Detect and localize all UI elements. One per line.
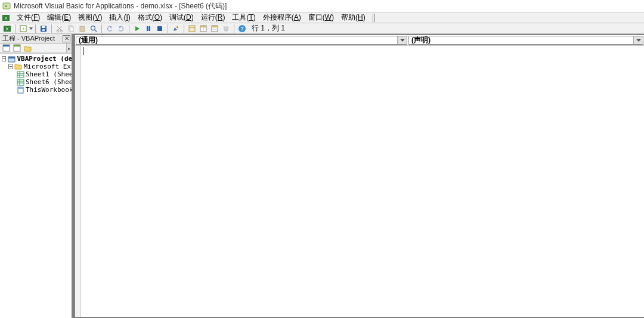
svg-line-17 — [95, 30, 97, 32]
svg-rect-9 — [42, 29, 45, 31]
chevron-down-icon[interactable] — [397, 36, 407, 44]
tree-item-label: ThisWorkbook — [26, 86, 72, 94]
menubar-grip — [373, 14, 376, 22]
project-explorer-panel: 工程 - VBAProject ✕ ▸ − VBAProject (demo.x… — [0, 34, 72, 318]
procedure-combo[interactable]: (声明) — [408, 36, 643, 45]
code-editor[interactable] — [75, 46, 644, 317]
svg-text:X: X — [5, 26, 9, 32]
menu-tools[interactable]: 工具(T) — [228, 12, 259, 23]
toolbar-separator — [184, 24, 184, 33]
svg-text:?: ? — [240, 26, 244, 32]
paste-icon[interactable] — [77, 24, 88, 33]
svg-rect-21 — [176, 26, 178, 28]
menu-bar: X 文件(F) 编辑(E) 视图(V) 插入(I) 格式(O) 调试(D) 运行… — [0, 13, 644, 23]
menu-insert[interactable]: 插入(I) — [106, 12, 134, 23]
view-excel-icon[interactable]: X — [2, 24, 13, 33]
svg-point-16 — [91, 26, 95, 30]
svg-rect-33 — [3, 45, 10, 47]
toolbox-icon[interactable] — [221, 24, 231, 33]
properties-window-icon[interactable] — [198, 24, 209, 33]
toolbar-separator — [35, 24, 36, 33]
svg-rect-8 — [42, 26, 45, 28]
project-tree[interactable]: − VBAProject (demo.xlsx) − Microsoft Exc… — [0, 53, 72, 318]
menu-format[interactable]: 格式(O) — [134, 12, 166, 23]
toolbar-separator — [15, 24, 16, 33]
menu-edit[interactable]: 编辑(E) — [44, 12, 75, 23]
svg-rect-37 — [8, 57, 15, 58]
collapse-icon[interactable]: − — [8, 64, 13, 69]
redo-icon[interactable] — [116, 24, 126, 33]
panel-toolbar-scroll-right[interactable]: ▸ — [66, 44, 72, 53]
project-panel-toolbar: ▸ — [0, 44, 72, 53]
copy-icon[interactable] — [66, 24, 76, 33]
tree-item-sheet1[interactable]: Sheet1 (Sheet1) — [0, 70, 72, 78]
save-icon[interactable] — [38, 24, 49, 33]
collapse-icon[interactable]: − — [2, 56, 6, 61]
menu-window[interactable]: 窗口(W) — [305, 12, 338, 23]
cut-icon[interactable] — [54, 24, 65, 33]
object-browser-icon[interactable] — [209, 24, 220, 33]
worksheet-icon — [16, 71, 24, 78]
folder-open-icon — [14, 63, 22, 70]
svg-rect-35 — [14, 45, 20, 47]
project-explorer-icon[interactable] — [187, 24, 197, 33]
vba-app-icon — [2, 2, 11, 10]
help-icon[interactable]: ? — [237, 24, 247, 33]
code-window-container: (通用) (声明) — [74, 34, 644, 318]
svg-rect-15 — [81, 26, 83, 27]
find-icon[interactable] — [88, 24, 99, 33]
svg-rect-20 — [157, 26, 162, 31]
tree-item-label: Sheet1 (Sheet1) — [26, 70, 72, 78]
undo-icon[interactable] — [104, 24, 115, 33]
menu-debug[interactable]: 调试(D) — [166, 12, 197, 23]
svg-text:+: + — [22, 26, 25, 32]
svg-rect-47 — [18, 87, 23, 89]
toolbar-separator — [234, 24, 234, 33]
title-bar: Microsoft Visual Basic for Applications … — [0, 0, 644, 13]
view-object-icon[interactable] — [13, 44, 21, 53]
menu-run[interactable]: 运行(R) — [197, 12, 229, 23]
menu-view[interactable]: 视图(V) — [75, 12, 106, 23]
reset-icon[interactable] — [154, 24, 165, 33]
toolbar-separator — [129, 24, 129, 33]
svg-rect-19 — [149, 26, 151, 31]
main-body: 工程 - VBAProject ✕ ▸ − VBAProject (demo.x… — [0, 34, 644, 318]
run-icon[interactable] — [132, 24, 143, 33]
break-icon[interactable] — [143, 24, 154, 33]
toggle-folders-icon[interactable] — [23, 44, 32, 53]
tree-folder[interactable]: − Microsoft Excel 对象 — [0, 63, 72, 70]
menu-file[interactable]: 文件(F) — [13, 12, 44, 23]
design-mode-icon[interactable] — [171, 24, 181, 33]
chevron-down-icon[interactable] — [633, 36, 643, 44]
insert-module-icon[interactable]: + — [18, 24, 29, 33]
tree-folder-label: Microsoft Excel 对象 — [23, 62, 72, 71]
view-code-icon[interactable] — [2, 44, 10, 53]
standard-toolbar: X + ? 行 1，列 1 — [0, 23, 644, 34]
tree-item-thisworkbook[interactable]: ThisWorkbook — [0, 86, 72, 94]
worksheet-icon — [16, 79, 24, 86]
toolbar-separator — [101, 24, 102, 33]
cursor-position-status: 行 1，列 1 — [252, 23, 285, 33]
project-panel-titlebar[interactable]: 工程 - VBAProject ✕ — [0, 34, 72, 44]
tree-item-label: Sheet6 (Sheet2) — [26, 78, 72, 86]
svg-rect-28 — [212, 26, 218, 27]
svg-rect-22 — [189, 26, 195, 32]
menu-help[interactable]: 帮助(H) — [338, 12, 369, 23]
project-icon — [7, 55, 16, 63]
project-panel-close-button[interactable]: ✕ — [63, 35, 70, 42]
code-window: (通用) (声明) — [74, 34, 644, 318]
excel-app-icon: X — [1, 14, 11, 22]
workbook-icon — [16, 87, 24, 94]
object-combo-value: (通用) — [76, 35, 98, 45]
tree-item-sheet6[interactable]: Sheet6 (Sheet2) — [0, 78, 72, 86]
insert-dropdown-icon[interactable] — [29, 27, 33, 30]
toolbar-separator — [51, 24, 52, 33]
toolbar-separator — [168, 24, 168, 33]
object-combo[interactable]: (通用) — [76, 36, 407, 45]
code-window-header: (通用) (声明) — [75, 35, 644, 46]
svg-rect-25 — [200, 26, 206, 27]
menu-addins[interactable]: 外接程序(A) — [259, 12, 305, 23]
svg-rect-14 — [80, 26, 85, 32]
procedure-combo-value: (声明) — [409, 35, 431, 45]
svg-rect-13 — [70, 27, 73, 32]
